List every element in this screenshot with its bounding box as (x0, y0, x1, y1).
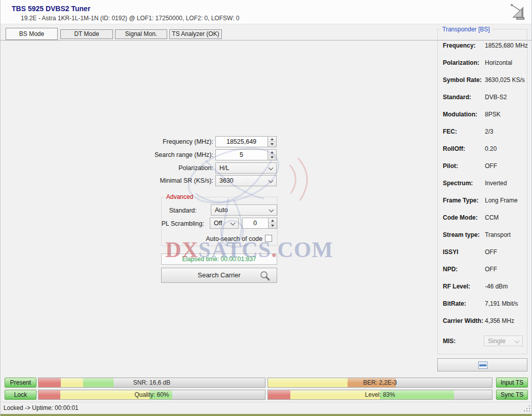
transponder-row: Modulation:8PSK (443, 111, 525, 128)
field-value: 2/3 (485, 128, 493, 135)
pl-code-value: 0 (243, 218, 268, 228)
field-value: Transport (485, 231, 511, 238)
field-value: 4,356 MHz (485, 317, 514, 324)
transponder-row: Frequency:18525,680 MHz (443, 42, 525, 59)
transponder-row: ISSYIOFF (443, 248, 525, 266)
search-range-label: Search range (MHz): (127, 151, 213, 158)
pl-scrambling-label: PL Scrambling: (121, 220, 204, 227)
search-range-value: 5 (216, 150, 267, 160)
chevron-down-icon (269, 178, 274, 183)
polarization-label: Polarization: (127, 164, 213, 172)
field-value: OFF (485, 162, 497, 170)
transponder-row: NPD:OFF (443, 266, 525, 283)
spin-up-icon[interactable] (269, 218, 277, 223)
transponder-row: RollOff:0.20 (443, 145, 525, 162)
frequency-value: 18525,649 (216, 137, 267, 147)
header: TBS 5925 DVBS2 Tuner 19.2E - Astra 1KR-1… (1, 0, 532, 24)
resize-grip[interactable] (524, 405, 530, 411)
search-range-input[interactable]: 5 (215, 149, 277, 160)
transponder-row: Spectrum:Inverted (443, 180, 525, 197)
pl-code-spinner[interactable] (268, 218, 277, 228)
transponder-row: Pilot:OFF (443, 162, 525, 180)
frequency-input[interactable]: 18525,649 (215, 136, 277, 147)
tab-ts-analyzer-ok[interactable]: TS Analyzer (OK) (169, 29, 222, 39)
mis-value: Single (488, 336, 506, 346)
spin-down-icon[interactable] (269, 223, 277, 228)
frequency-label: Frequency (MHz): (127, 138, 213, 145)
level-bar: Level: 83% (268, 390, 492, 400)
field-label: Stream type: (443, 231, 480, 238)
mis-select[interactable]: Single (484, 336, 523, 346)
ber-bar: BER: 2,2E-3 (268, 378, 492, 388)
transponder-row: FEC:2/3 (443, 128, 525, 145)
minimal-sr-select[interactable]: 3630 (215, 175, 277, 186)
pl-scrambling-select[interactable]: Off (210, 218, 239, 229)
field-label: Carrier Width: (443, 317, 483, 324)
chevron-down-icon (231, 221, 236, 226)
spin-down-icon[interactable] (268, 155, 276, 160)
tab-signal-mon[interactable]: Signal Mon. (115, 29, 167, 39)
transponder-row: Carrier Width:4,356 MHz (443, 317, 525, 335)
standard-value: Auto (215, 205, 228, 215)
magnifier-icon (259, 270, 271, 281)
chevron-down-icon (515, 339, 520, 344)
search-carrier-label: Search Carrier (198, 271, 241, 279)
transponder-groupbox: Frequency:18525,680 MHzPolarization:Hori… (437, 29, 527, 354)
field-value: Inverted (485, 180, 507, 187)
present-indicator: Present (5, 378, 36, 388)
transponder-row: RF Level:-46 dBm (443, 283, 525, 300)
field-label: RF Level: (443, 283, 470, 290)
satellite-dish-icon (507, 3, 526, 21)
polarization-select[interactable]: H/L (215, 162, 277, 174)
chevron-down-icon (269, 207, 274, 213)
standard-select[interactable]: Auto (211, 204, 277, 216)
quality-bar: Quality: 60% (38, 390, 265, 400)
field-value: 7,191 Mbit/s (485, 300, 518, 307)
spin-down-icon[interactable] (268, 142, 276, 147)
spin-up-icon[interactable] (268, 150, 276, 155)
transponder-row: Code Mode:CCM (443, 214, 525, 231)
pl-code-input[interactable]: 0 (242, 218, 277, 229)
field-value: OFF (485, 266, 497, 273)
auto-search-checkbox[interactable] (265, 235, 272, 242)
field-value: CCM (485, 214, 499, 221)
spin-up-icon[interactable] (268, 137, 276, 142)
transponder-rows: Frequency:18525,680 MHzPolarization:Hori… (443, 42, 525, 335)
search-range-spinner[interactable] (268, 150, 276, 160)
transponder-row: Stream type:Transport (443, 231, 525, 248)
field-value: OFF (485, 248, 497, 256)
ts-list-button[interactable] (437, 358, 527, 371)
elapsed-time-text: Elapsed time: 00:00:01:837 (182, 256, 256, 263)
tab-bs-mode[interactable]: BS Mode (6, 28, 58, 40)
field-label: Code Mode: (443, 214, 478, 221)
field-value: 8PSK (485, 111, 501, 118)
page-title: TBS 5925 DVBS2 Tuner (12, 5, 90, 13)
field-label: BitRate: (443, 300, 466, 307)
field-label: Polarization: (443, 59, 479, 66)
field-label: Symbol Rate: (443, 76, 482, 84)
advanced-group-title: Advanced (164, 193, 195, 200)
input-ts-indicator: Input TS (496, 378, 528, 388)
standard-label: Standard: (121, 207, 197, 214)
bar-label: Quality: 60% (39, 390, 265, 399)
auto-search-label: Auto-search of code (176, 235, 262, 242)
field-value: DVB-S2 (485, 94, 507, 101)
polarization-value: H/L (219, 163, 229, 173)
field-value: Long Frame (485, 197, 518, 204)
transponder-row: Polarization:Horizontal (443, 59, 525, 76)
snr-bar: SNR: 16,6 dB (38, 378, 265, 388)
frequency-spinner[interactable] (268, 137, 276, 147)
mis-label: MIS: (443, 338, 455, 345)
field-label: Modulation: (443, 111, 477, 118)
field-label: NPD: (443, 266, 458, 273)
field-label: Standard: (443, 94, 471, 101)
bottom-edge-strip (1, 414, 532, 416)
elapsed-time-box: Elapsed time: 00:00:01:837 (161, 254, 277, 265)
tuner-window: TBS 5925 DVBS2 Tuner 19.2E - Astra 1KR-1… (0, 0, 532, 416)
field-value: 3630,025 KS/s (485, 76, 525, 84)
search-carrier-button[interactable]: Search Carrier (161, 268, 277, 283)
minimal-sr-value: 3630 (219, 176, 234, 186)
tab-dt-mode[interactable]: DT Mode (60, 29, 113, 39)
field-value: -46 dBm (485, 283, 508, 290)
transponder-row: Symbol Rate:3630,025 KS/s (443, 76, 525, 94)
